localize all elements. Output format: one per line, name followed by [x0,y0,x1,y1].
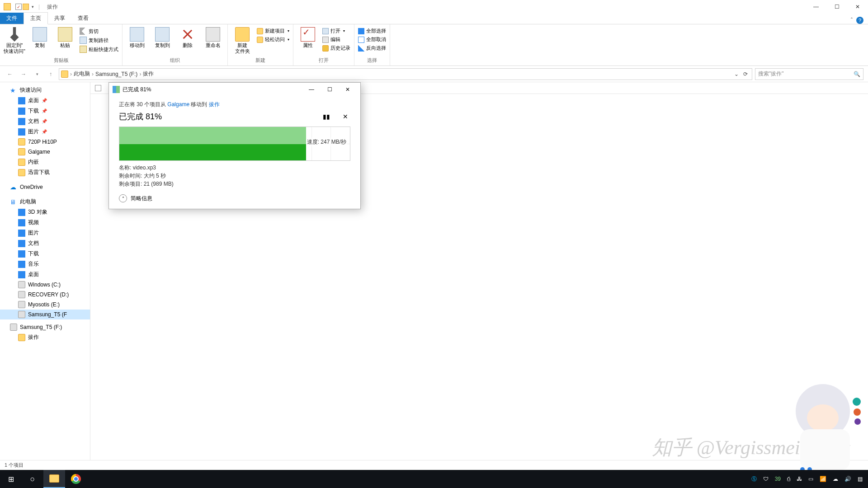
tree-thispc[interactable]: 🖥此电脑 [0,197,90,207]
tab-file[interactable]: 文件 [0,13,24,24]
pause-button[interactable]: ▮▮ [321,112,331,122]
select-all-icon [358,28,364,34]
copyto-button[interactable]: 复制到 [151,25,174,48]
select-all-button[interactable]: 全部选择 [357,27,387,35]
tree-pictures2[interactable]: 图片 [0,228,90,238]
easyaccess-button[interactable]: 轻松访问▾ [256,36,290,43]
select-all-checkbox[interactable] [95,85,101,91]
cancel-button[interactable]: ✕ [340,112,350,122]
tray-usb-icon[interactable]: ⎙ [787,476,790,482]
forward-button[interactable]: → [18,69,29,80]
tree-3dobjects[interactable]: 3D 对象 [0,207,90,217]
open-icon [322,28,329,34]
newitem-button[interactable]: 新建项目▾ [256,27,290,35]
qat-check-icon[interactable]: ✓ [15,4,22,10]
tab-view[interactable]: 查看 [71,13,95,24]
moveto-icon [130,27,144,42]
tree-bazuo[interactable]: 拔作 [0,332,90,343]
paste-shortcut-button[interactable]: 粘贴快捷方式 [79,45,119,53]
tray-wifi-icon[interactable]: 📶 [820,476,826,482]
maximize-button[interactable]: ☐ [826,0,847,14]
tree-desktop[interactable]: 桌面📌 [0,95,90,106]
taskbar-explorer[interactable] [43,470,65,488]
close-button[interactable]: ✕ [847,0,868,14]
tray-temp[interactable]: 39 [775,476,781,482]
tree-drive-d[interactable]: RECOVERY (D:) [0,290,90,300]
pin-quickaccess-button[interactable]: 固定到" 快速访问" [3,25,26,54]
tree-drive-f-expanded[interactable]: Samsung_T5 (F [0,310,90,319]
up-button[interactable]: ↑ [45,69,56,80]
crumb-drive[interactable]: Samsung_T5 (F:) [94,71,139,77]
tray-skype-icon[interactable]: Ⓢ [751,475,757,483]
crumb-folder[interactable]: 拔作 [141,70,156,78]
tree-desktop2[interactable]: 桌面 [0,269,90,280]
tray-network-icon[interactable]: 🖧 [797,476,802,482]
qat-dropdown-icon[interactable]: ▾ [30,5,36,9]
tree-quickaccess[interactable]: ★快速访问 [0,85,90,95]
cortana-button[interactable]: ○ [22,470,43,488]
start-button[interactable]: ⊞ [0,470,22,488]
tree-drive-c[interactable]: Windows (C:) [0,280,90,290]
select-invert-button[interactable]: 反向选择 [357,44,387,52]
dialog-titlebar[interactable]: 已完成 81% ― ☐ ✕ [109,83,360,96]
rename-button[interactable]: 重命名 [201,25,225,48]
tray-volume-icon[interactable]: 🔊 [844,476,851,482]
search-input[interactable]: 搜索"拔作" 🔍 [755,68,863,80]
star-icon: ★ [10,87,17,94]
select-none-button[interactable]: 全部取消 [357,36,387,43]
pin-icon: 📌 [42,119,46,124]
tray-ime-icon[interactable]: ▤ [858,476,863,482]
newfolder-button[interactable]: 新建文件夹 [231,25,254,54]
tree-pictures[interactable]: 图片📌 [0,127,90,137]
nav-tree[interactable]: ★快速访问 桌面📌 下载📌 文档📌 图片📌 720P Hi10P Galgame… [0,82,90,460]
properties-button[interactable]: 属性 [296,25,320,48]
edit-icon [322,37,329,43]
crumb-pc[interactable]: 此电脑 [72,70,92,78]
tree-drive-f[interactable]: Samsung_T5 (F:) [0,322,90,332]
tray-onedrive-icon[interactable]: ☁ [833,476,838,482]
copypath-button[interactable]: 复制路径 [79,36,119,44]
tab-share[interactable]: 共享 [48,13,71,24]
dst-link[interactable]: 拔作 [209,101,220,108]
delete-button[interactable]: 删除 [176,25,199,48]
edit-button[interactable]: 编辑 [321,36,351,43]
tree-documents2[interactable]: 文档 [0,238,90,249]
back-button[interactable]: ← [5,69,15,80]
tree-downloads2[interactable]: 下载 [0,249,90,259]
history-button[interactable]: 历史记录 [321,44,351,52]
tree-neiqian[interactable]: 内嵌 [0,157,90,167]
refresh-button[interactable]: ⟳ [741,71,750,77]
tray-battery-icon[interactable]: ▭ [808,476,813,482]
copy-button[interactable]: 复制 [28,25,52,48]
tree-xunlei[interactable]: 迅雷下载 [0,167,90,178]
tree-galgame[interactable]: Galgame [0,147,90,157]
tree-videos[interactable]: 视频 [0,217,90,228]
address-dropdown-icon[interactable]: ⌄ [732,71,741,77]
tree-music[interactable]: 音乐 [0,259,90,269]
tree-720p[interactable]: 720P Hi10P [0,137,90,147]
paste-button[interactable]: 粘贴 [53,25,77,48]
minimize-button[interactable]: ― [806,0,826,14]
ribbon-collapse-icon[interactable]: ˆ [851,17,853,23]
address-bar[interactable]: › 此电脑 › Samsung_T5 (F:) › 拔作 ⌄ ⟳ [59,68,752,80]
tree-onedrive[interactable]: ☁OneDrive [0,182,90,192]
tab-home[interactable]: 主页 [24,12,48,24]
qat-folder-icon[interactable] [23,4,29,10]
tray-defender-icon[interactable]: 🛡 [763,476,769,482]
taskbar-chrome[interactable] [65,470,87,488]
dialog-close-button[interactable]: ✕ [339,83,357,96]
dialog-maximize-button[interactable]: ☐ [321,83,339,96]
cut-icon [80,28,87,35]
help-icon[interactable]: ? [856,17,863,24]
dialog-minimize-button[interactable]: ― [302,83,321,96]
cut-button[interactable]: 剪切 [79,27,119,35]
group-label: 选择 [357,57,387,65]
open-button[interactable]: 打开▾ [321,27,351,35]
tree-documents[interactable]: 文档📌 [0,116,90,127]
tree-drive-e[interactable]: Myosotis (E:) [0,300,90,310]
src-link[interactable]: Galgame [167,101,189,108]
moveto-button[interactable]: 移动到 [125,25,149,48]
toggle-details-button[interactable]: ˄ 简略信息 [119,194,350,202]
recent-button[interactable]: ▾ [32,69,42,80]
tree-downloads[interactable]: 下载📌 [0,106,90,116]
